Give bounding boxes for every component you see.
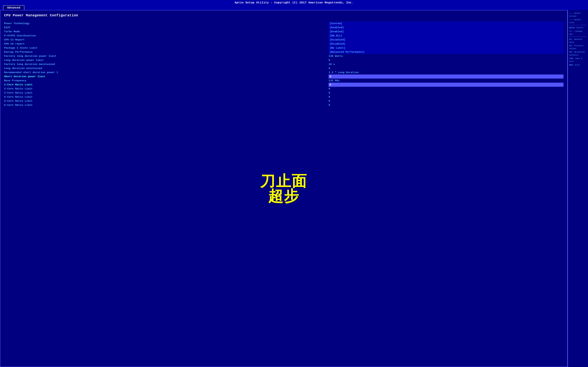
table-row[interactable]: 6-Core Ratio Limit0 — [4, 103, 563, 107]
settings-table: Power Technology[Custom]EIST[Enabled]Tur… — [4, 21, 563, 107]
setting-value: [No Limit] — [329, 46, 563, 50]
setting-label: 5-Core Ratio Limit — [4, 99, 329, 103]
sidebar-key: F10: — [569, 57, 575, 59]
setting-label: Factory long duration power limit — [4, 54, 329, 58]
sidebar-shortcut-item: ↑↓: Select Item — [569, 18, 587, 24]
sidebar-key: ↑↓: — [569, 18, 574, 21]
setting-value: 1.2 * Long Duration — [329, 70, 563, 75]
table-row[interactable]: Package C State Limit[No Limit] — [4, 46, 563, 50]
table-row[interactable]: Turbo Mode[Enabled] — [4, 30, 563, 34]
table-row[interactable]: CPU C6 report[Disabled] — [4, 42, 563, 46]
section-title: CPU Power Management Configuration — [4, 13, 563, 17]
sidebar-desc: Select — [576, 26, 584, 29]
table-row[interactable]: 5-Core Ratio Limit0 — [4, 99, 563, 103]
setting-label: Package C State Limit — [4, 46, 329, 50]
setting-value: 0 — [329, 87, 563, 91]
header-title: Aptio Setup Utility - Copyright (C) 2017… — [234, 1, 354, 4]
sidebar-shortcut-item: +/-: Change Opt. — [569, 30, 587, 36]
table-row[interactable]: CPU C3 Report[Disabled] — [4, 38, 563, 42]
setting-label: Short duration power limit — [4, 75, 329, 79]
sidebar-shortcut-item: F1: General Help — [569, 38, 587, 44]
watermark-line2: 超步 — [260, 189, 307, 204]
setting-label: P-STATE Coordination — [4, 34, 329, 38]
setting-value: [Enabled] — [329, 30, 563, 34]
setting-value: 0 — [329, 75, 563, 79]
table-row[interactable]: Long duration power limit0 — [4, 58, 563, 62]
setting-label: 1-Core Ratio Limit — [4, 83, 329, 87]
setting-label: 6-Core Ratio Limit — [4, 103, 329, 107]
watermark-line1: 刀止面 — [260, 174, 307, 189]
sidebar-shortcut-item: ESC: Exit — [569, 63, 587, 66]
setting-value: 0 — [329, 83, 563, 87]
setting-value: 0 — [329, 103, 563, 107]
setting-label: Energy Performance — [4, 50, 329, 54]
table-row[interactable]: P-STATE Coordination[HW_ALL] — [4, 34, 563, 38]
setting-label: CPU C6 report — [4, 42, 329, 46]
table-row[interactable]: Base Frequency133 MHz — [4, 79, 563, 83]
table-row[interactable]: Factory long duration power limit130 Wat… — [4, 54, 563, 58]
setting-label: Turbo Mode — [4, 30, 329, 34]
sidebar-shortcut-item: F9: Optimized Defaults — [569, 50, 587, 57]
sidebar-key: ESC: — [569, 64, 575, 66]
tab-row: Advanced — [0, 5, 588, 10]
sidebar-shortcut-item: Enter Select — [569, 26, 587, 29]
setting-value: 10 s — [329, 62, 563, 66]
setting-label: 3-Core Ratio Limit — [4, 91, 329, 95]
main-area: CPU Power Management Configuration Power… — [0, 10, 588, 367]
table-row[interactable]: 1-Core Ratio Limit0 — [4, 83, 563, 87]
setting-value: [HW_ALL] — [329, 34, 563, 38]
table-row[interactable]: Recommended short duration power l1.2 * … — [4, 70, 563, 75]
header-bar: Aptio Setup Utility - Copyright (C) 2017… — [0, 0, 588, 5]
table-row[interactable]: Long duration maintained0 — [4, 66, 563, 70]
tab-advanced[interactable]: Advanced — [3, 5, 24, 10]
setting-value: 0 — [329, 66, 563, 70]
setting-value: [Enabled] — [329, 25, 563, 30]
setting-label: EIST — [4, 25, 329, 30]
setting-label: Long duration maintained — [4, 66, 329, 70]
table-row[interactable]: Power Technology[Custom] — [4, 21, 563, 25]
table-row[interactable]: 2-Core Ratio Limit0 — [4, 87, 563, 91]
setting-label: 4-Core Ratio Limit — [4, 95, 329, 99]
setting-label: Recommended short duration power l — [4, 70, 329, 75]
setting-label: Base Frequency — [4, 79, 329, 83]
sidebar: →←: Select Screen↑↓: Select ItemEnter Se… — [568, 10, 588, 367]
sidebar-key: F1: — [569, 38, 574, 40]
sidebar-key: Enter — [569, 26, 576, 29]
table-row[interactable]: EIST[Enabled] — [4, 25, 563, 30]
setting-label: Factory long duration maintained — [4, 62, 329, 66]
sidebar-key: →←: — [569, 12, 574, 14]
sidebar-desc: Exit — [575, 64, 580, 66]
table-row[interactable]: Short duration power limit0 — [4, 75, 563, 79]
setting-value: 133 MHz — [329, 79, 563, 83]
table-row[interactable]: Factory long duration maintained10 s — [4, 62, 563, 66]
sidebar-key: F9: — [569, 51, 574, 53]
sidebar-shortcut-item: F10: Save & Exit — [569, 57, 587, 63]
setting-label: 2-Core Ratio Limit — [4, 87, 329, 91]
setting-value: 0 — [329, 99, 563, 103]
setting-value: [Disabled] — [329, 42, 563, 46]
content-panel: CPU Power Management Configuration Power… — [0, 10, 568, 367]
setting-value: 0 — [329, 91, 563, 95]
setting-value: 130 Watts — [329, 54, 563, 58]
sidebar-shortcut-item: F2: Previous Values — [569, 44, 587, 50]
table-row[interactable]: Energy Performance[Balanced Performance] — [4, 50, 563, 54]
setting-value: [Disabled] — [329, 38, 563, 42]
setting-label: CPU C3 Report — [4, 38, 329, 42]
watermark: 刀止面 超步 — [260, 174, 307, 204]
sidebar-shortcut-item: →←: Select Screen — [569, 12, 587, 18]
sidebar-key: F2: — [569, 45, 574, 47]
setting-label: Long duration power limit — [4, 58, 329, 62]
setting-value: [Balanced Performance] — [329, 50, 563, 54]
setting-value: 0 — [329, 58, 563, 62]
table-row[interactable]: 3-Core Ratio Limit0 — [4, 91, 563, 95]
setting-label: Power Technology — [4, 21, 329, 25]
setting-value: [Custom] — [329, 21, 563, 25]
table-row[interactable]: 4-Core Ratio Limit0 — [4, 95, 563, 99]
setting-value: 0 — [329, 95, 563, 99]
sidebar-key: +/-: — [569, 30, 575, 32]
